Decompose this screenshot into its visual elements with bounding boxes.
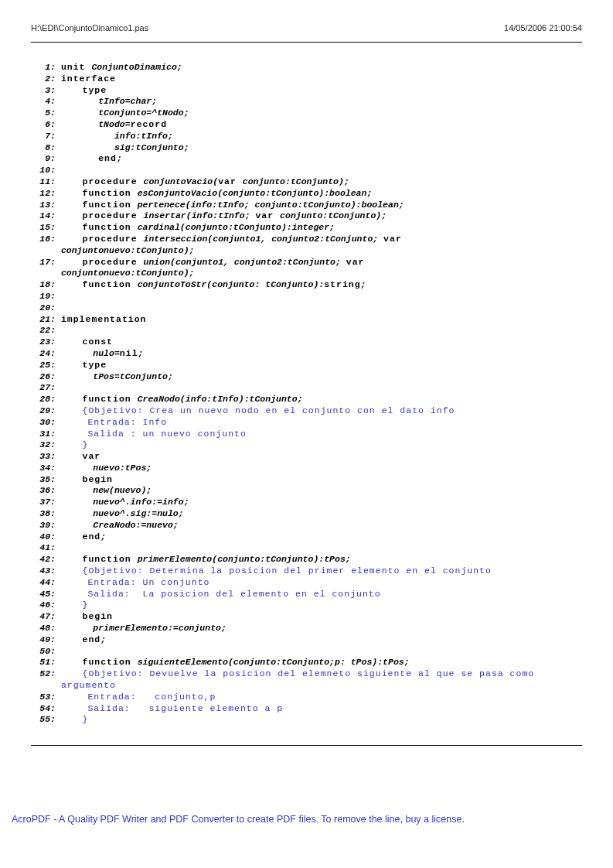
keyword: function xyxy=(83,279,138,289)
code-line: 35: begin xyxy=(31,474,582,486)
line-number: 2: xyxy=(31,73,56,85)
code-line: 8: sig:tConjunto; xyxy=(31,142,582,154)
code-text: conjuntonuevo:tConjunto); xyxy=(61,268,195,278)
code-line: 16: procedure interseccion(conjunto1, co… xyxy=(31,234,582,245)
line-number: 20: xyxy=(31,302,56,314)
header: H:\EDI\ConjuntoDinamico1.pas 14/05/2006 … xyxy=(31,23,582,43)
code-text: ; xyxy=(100,531,106,542)
code-line: 43: {Objetivo: Determina la posicion del… xyxy=(31,566,582,577)
footer-text: AcroPDF - A Quality PDF Writer and PDF C… xyxy=(0,814,613,825)
line-number: 48: xyxy=(31,623,56,634)
comment: } xyxy=(83,600,89,610)
code-text xyxy=(61,360,83,370)
code-text: ConjuntoDinamico; xyxy=(91,62,182,72)
code-text xyxy=(61,394,83,404)
code-text xyxy=(61,634,83,644)
comment: Entrada: conjunto,p xyxy=(87,692,216,702)
code-text: nuevo^.info:=info; xyxy=(61,497,189,507)
keyword: var xyxy=(346,257,365,267)
code-line: 40: end; xyxy=(31,531,582,543)
code-text xyxy=(61,451,83,461)
line-number: 42: xyxy=(31,554,56,566)
line-number: 47: xyxy=(31,611,56,623)
line-number: 38: xyxy=(31,508,56,520)
code-line: 24: nulo=nil; xyxy=(31,348,582,360)
line-number xyxy=(31,268,56,279)
code-line: 9: end; xyxy=(31,153,582,165)
comment: {Objetivo: Crea un nuevo nodo en el conj… xyxy=(83,405,455,415)
code-text: tConjunto=^tNodo; xyxy=(61,108,189,118)
keyword: function xyxy=(83,554,138,564)
code-line: 41: xyxy=(31,542,582,554)
keyword: end xyxy=(98,153,117,163)
line-number: 37: xyxy=(31,497,56,508)
code-text xyxy=(61,429,88,439)
code-text: info:tInfo; xyxy=(61,131,173,141)
keyword: type xyxy=(83,85,107,95)
code-line: 20: xyxy=(31,302,582,314)
line-number: 18: xyxy=(31,279,56,291)
line-number: 43: xyxy=(31,566,56,577)
code-text xyxy=(61,554,83,564)
code-text: tPos=tConjunto; xyxy=(61,371,173,381)
code-line: 3: type xyxy=(31,85,582,97)
line-number: 7: xyxy=(31,131,56,142)
code-line: 46: } xyxy=(31,600,582,611)
line-number: 52: xyxy=(31,668,56,680)
code-text xyxy=(61,566,83,576)
line-number: 26: xyxy=(31,371,56,383)
keyword: begin xyxy=(83,474,114,484)
keyword: implementation xyxy=(61,314,147,324)
code-line: 55: } xyxy=(31,714,582,726)
code-line: 31: Salida : un nuevo conjunto xyxy=(31,429,582,440)
code-text: sig:tConjunto; xyxy=(61,142,189,152)
code-text xyxy=(61,85,83,95)
code-line: conjuntonuevo:tConjunto); xyxy=(31,245,582,257)
line-number: 4: xyxy=(31,96,56,108)
keyword: interface xyxy=(61,73,116,84)
comment: Entrada: Un conjunto xyxy=(87,577,209,587)
line-number: 32: xyxy=(31,439,56,451)
line-number: 25: xyxy=(31,360,56,371)
line-number: 6: xyxy=(31,119,56,131)
keyword: record xyxy=(131,119,167,129)
code-text xyxy=(61,474,83,484)
line-number: 3: xyxy=(31,85,56,97)
code-text: cardinal(conjunto:tConjunto):integer; xyxy=(138,222,335,232)
code-line: 48: primerElemento:=conjunto; xyxy=(31,623,582,634)
code-text: ; xyxy=(361,279,366,289)
code-line: 14: procedure insertar(info:tInfo; var c… xyxy=(31,210,582,222)
keyword: begin xyxy=(83,611,114,621)
code-line: 23: const xyxy=(31,337,582,348)
code-line: 28: function CreaNodo(info:tInfo):tConju… xyxy=(31,394,582,405)
code-line: 21: implementation xyxy=(31,314,582,326)
code-line: argumento xyxy=(31,680,582,692)
line-number xyxy=(31,245,56,257)
code-text: tNodo= xyxy=(61,119,131,129)
keyword: function xyxy=(83,222,138,232)
line-number: 1: xyxy=(31,62,56,73)
code-line: 26: tPos=tConjunto; xyxy=(31,371,582,383)
code-text: tInfo=char; xyxy=(61,96,157,106)
line-number: 12: xyxy=(31,188,56,200)
line-number: 55: xyxy=(31,714,56,726)
code-line: conjuntonuevo:tConjunto); xyxy=(31,268,582,279)
code-text: nuevo^.sig:=nulo; xyxy=(61,508,184,518)
comment: Salida : un nuevo conjunto xyxy=(87,429,246,439)
keyword: nil xyxy=(120,348,138,358)
code-line: 6: tNodo=record xyxy=(31,119,582,131)
code-text: insertar(info:tInfo; xyxy=(144,210,256,220)
code-text: union(conjunto1, conjunto2:tConjunto; xyxy=(144,257,346,267)
line-number: 13: xyxy=(31,200,56,211)
line-number: 53: xyxy=(31,692,56,703)
code-line: 30: Entrada: Info xyxy=(31,417,582,429)
keyword: var xyxy=(255,210,280,220)
code-text xyxy=(61,176,83,186)
code-line: 11: procedure conjuntoVacio(var conjunto… xyxy=(31,176,582,188)
line-number xyxy=(31,680,56,692)
code-text xyxy=(61,657,83,667)
code-text xyxy=(61,210,83,220)
line-number: 5: xyxy=(31,108,56,119)
line-number: 35: xyxy=(31,474,56,486)
code-text: ; xyxy=(100,634,106,644)
